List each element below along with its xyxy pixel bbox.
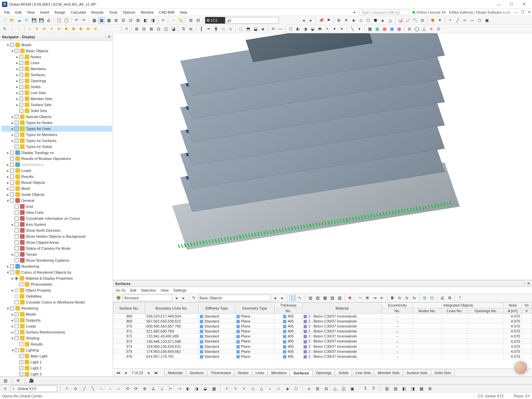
page-prev-icon[interactable]: ◂ bbox=[122, 369, 129, 376]
t2-c4-icon[interactable]: □ bbox=[220, 26, 226, 32]
t2-4-icon[interactable]: ✧ bbox=[26, 26, 33, 32]
chart2-icon[interactable]: 📈 bbox=[404, 17, 411, 24]
tree-item[interactable]: ▸Results bbox=[1, 174, 112, 180]
t2-5-icon[interactable]: ✦ bbox=[34, 26, 40, 32]
data-tab[interactable]: Sections bbox=[186, 369, 207, 376]
s-i12-icon[interactable]: ⊥ bbox=[159, 385, 165, 392]
t2-8-icon[interactable]: ✷ bbox=[56, 26, 62, 32]
dp-g4-icon[interactable]: ▧ bbox=[329, 295, 335, 301]
nav-pin-icon[interactable]: ▫ bbox=[105, 35, 106, 39]
data-grid[interactable]: Surface No. Boundary Lines No. Stiffness… bbox=[113, 302, 532, 368]
data-tab[interactable]: Line Sets bbox=[352, 369, 374, 376]
status-cam-icon[interactable]: 🎥 bbox=[28, 377, 35, 384]
snap6-icon[interactable]: ⬢ bbox=[372, 17, 379, 24]
tree-item[interactable]: ▸Types for Lines bbox=[1, 126, 112, 132]
t2-f4-icon[interactable]: ◒ bbox=[309, 26, 316, 32]
cube-icon[interactable]: ⬢ bbox=[429, 17, 436, 24]
t2-b1-icon[interactable]: ⇅ bbox=[180, 26, 187, 32]
s-j2-icon[interactable]: × bbox=[232, 385, 239, 392]
colg-integrated[interactable]: Integrated Objects bbox=[413, 303, 504, 308]
tree-item[interactable]: ▾Lighting bbox=[1, 347, 112, 353]
tree-item[interactable]: Results bbox=[1, 341, 112, 347]
arrow-icon[interactable]: → bbox=[170, 17, 177, 24]
tree-item[interactable]: Coordinate Information on Cursor bbox=[1, 215, 112, 221]
t2-i2-icon[interactable]: ◯ bbox=[413, 26, 420, 32]
close-button[interactable]: ✕ bbox=[518, 1, 530, 8]
tree-item[interactable]: ▸Imperfections bbox=[1, 162, 112, 168]
s-k1-icon[interactable]: ● bbox=[306, 385, 312, 392]
t2-e2-icon[interactable]: — bbox=[277, 26, 284, 32]
dp-prev-icon[interactable]: ◂ bbox=[173, 295, 180, 301]
menu-help[interactable]: Help bbox=[177, 10, 190, 15]
s-i4-icon[interactable]: ╲ bbox=[89, 385, 96, 392]
t2-d2-icon[interactable]: ⬒ bbox=[245, 26, 251, 32]
col-geometry[interactable]: Geometry Type bbox=[235, 303, 274, 314]
tree-item[interactable]: ▸Special Objects bbox=[1, 114, 112, 120]
navigator-tree[interactable]: ▾Model▾Basic Objects▸Nodes▸Lines▸Members… bbox=[0, 41, 113, 376]
dp-help-icon[interactable]: ? bbox=[457, 295, 463, 301]
t2-3-icon[interactable]: ⟍ bbox=[16, 26, 23, 32]
menu-view[interactable]: View bbox=[24, 10, 38, 15]
cs-combo[interactable]: 1 - Global XYZ bbox=[11, 385, 57, 392]
t2-a5-icon[interactable]: ⊡ bbox=[155, 26, 162, 32]
nav-close-icon[interactable]: ✕ bbox=[108, 35, 111, 39]
tree-item[interactable]: ▸Result Objects bbox=[1, 180, 112, 186]
table-row[interactable]: 371521,682,600,769StandardPlane4052 - Be… bbox=[113, 329, 532, 334]
dp-g1-icon[interactable]: ▥ bbox=[307, 295, 314, 301]
s-i13-icon[interactable]: ⊢ bbox=[167, 385, 174, 392]
s-k4-icon[interactable]: ⧋ bbox=[332, 385, 338, 392]
chart3-icon[interactable]: 📉 bbox=[412, 17, 418, 24]
s-j4-icon[interactable]: ◇ bbox=[249, 385, 256, 392]
colg-area[interactable]: Area bbox=[504, 303, 522, 308]
line-icon[interactable]: ╱ bbox=[454, 17, 461, 24]
page-first-icon[interactable]: ⏮ bbox=[115, 369, 122, 376]
dp-prev2-icon[interactable]: ◂ bbox=[272, 295, 278, 301]
t2-c1-icon[interactable]: ┃ bbox=[198, 26, 204, 32]
tree-item[interactable]: ▾Model bbox=[1, 42, 112, 48]
t2-a1-icon[interactable]: ↗ bbox=[123, 26, 130, 32]
new-icon[interactable]: 📄 bbox=[1, 17, 8, 24]
dp-print-icon[interactable]: 🖨 bbox=[439, 295, 446, 301]
cloud-icon[interactable]: ☁ bbox=[16, 17, 23, 24]
col-thickness-no[interactable]: No. bbox=[275, 308, 302, 314]
doc-close-icon[interactable]: ✕ bbox=[528, 10, 531, 14]
tree-item[interactable]: ▸Openings bbox=[1, 78, 112, 84]
table-row[interactable]: 375174,953,159,659,662StandardPlane4052 … bbox=[113, 349, 532, 354]
s-m2-icon[interactable]: ▤ bbox=[392, 385, 399, 392]
t2-h4-icon[interactable]: ▦ bbox=[388, 26, 395, 32]
col-surface-no[interactable]: Surface No. bbox=[113, 303, 145, 314]
col-stiffness[interactable]: Stiffness Type bbox=[198, 303, 235, 314]
minimize-button[interactable]: ― bbox=[493, 1, 505, 8]
col-ecc-no[interactable]: No. bbox=[382, 308, 413, 314]
tree-item[interactable]: ▸Axis System bbox=[1, 221, 112, 227]
data-tab[interactable]: Member Sets bbox=[374, 369, 403, 376]
tree-item[interactable]: Types for Solids bbox=[1, 144, 112, 150]
t2-h1-icon[interactable]: ▦ bbox=[366, 26, 373, 32]
lc-indicator[interactable]: G LC1 bbox=[205, 17, 225, 24]
tree-item[interactable]: ▸Terrain bbox=[1, 251, 112, 257]
tree-item[interactable]: Show Clipped Areas bbox=[1, 239, 112, 245]
structure-combo[interactable]: Structure bbox=[122, 295, 172, 301]
t2-i4-icon[interactable]: ✕ bbox=[428, 26, 435, 32]
t2-f6-icon[interactable]: ✧ bbox=[324, 26, 331, 32]
t2-d1-icon[interactable]: ⬚ bbox=[237, 26, 244, 32]
tree-item[interactable]: ▸Surface Reinforcements bbox=[1, 329, 112, 335]
next-lc-icon[interactable]: ▸ bbox=[308, 17, 314, 24]
open-icon[interactable]: 📂 bbox=[9, 17, 15, 24]
s-m6-icon[interactable]: ⊞ bbox=[427, 385, 433, 392]
s-m3-icon[interactable]: ◧ bbox=[401, 385, 407, 392]
s-i10-icon[interactable]: ⊕ bbox=[141, 385, 148, 392]
t2-i3-icon[interactable]: △ bbox=[421, 26, 427, 32]
tree-item[interactable]: ▸Types for Nodes bbox=[1, 120, 112, 126]
menu-options[interactable]: Options bbox=[120, 10, 138, 15]
t2-13-icon[interactable]: ❊ bbox=[92, 26, 99, 32]
redo-icon[interactable]: ↷ bbox=[80, 17, 87, 24]
s-i15-icon[interactable]: ◐ bbox=[185, 385, 191, 392]
dp-menu-settings[interactable]: Settings bbox=[173, 288, 187, 292]
chart4-icon[interactable]: ⧉ bbox=[419, 17, 426, 24]
s-i7-icon[interactable]: ↔ bbox=[115, 385, 122, 392]
tree-item[interactable]: ▾Colors of Rendered Objects by bbox=[1, 269, 112, 275]
s-i1-icon[interactable]: • bbox=[64, 385, 70, 392]
s-i8-icon[interactable]: ⟲ bbox=[124, 385, 131, 392]
s-j3-icon[interactable]: + bbox=[241, 385, 247, 392]
